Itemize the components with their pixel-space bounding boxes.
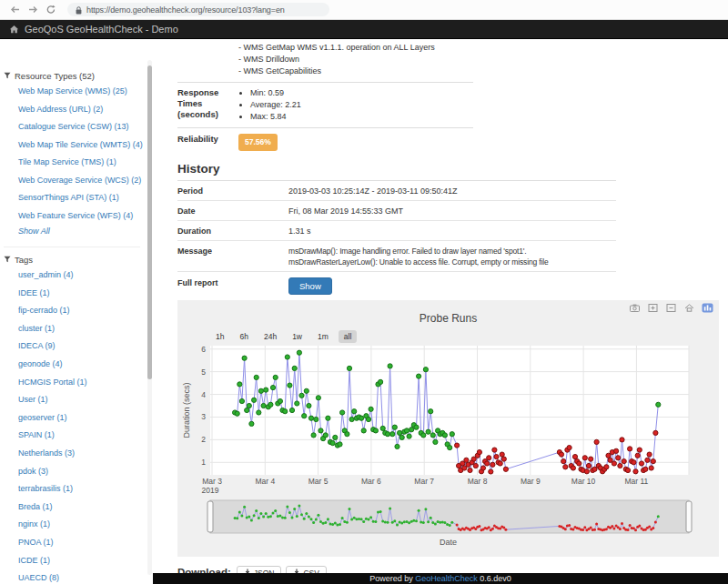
reload-icon[interactable] (44, 5, 58, 15)
response-times-label: Response Times (seconds) (177, 87, 238, 123)
lock-icon (76, 2, 82, 18)
check-item: - WMS GetMap WMS v1.1.1. operation on AL… (238, 42, 435, 54)
history-table: Period2019-03-03 10:25:14Z - 2019-03-11 … (177, 181, 723, 272)
probe-chart-panel: 123456Mar 32019Mar 4Mar 5Mar 6Mar 7Mar 8… (177, 300, 719, 557)
sidebar-item-tag[interactable]: SPAIN (1) (18, 427, 147, 445)
range-button-6h[interactable]: 6h (234, 330, 253, 343)
sidebar-item-resource-type[interactable]: Web Address (URL) (2) (18, 101, 147, 119)
sidebar-scrollbar[interactable] (147, 60, 152, 575)
sidebar-item-resource-type[interactable]: Web Map Tile Service (WMTS) (4) (18, 136, 147, 155)
history-row-label: Period (177, 186, 288, 196)
sidebar-item-tag[interactable]: geoserver (1) (18, 409, 147, 428)
tags-header: Tags (4, 247, 140, 267)
svg-text:Mar 4: Mar 4 (255, 477, 275, 486)
footer-powered-by: Powered by (369, 574, 413, 583)
sidebar-item-tag[interactable]: fip-cerrado (1) (18, 302, 147, 320)
back-icon[interactable] (7, 5, 22, 15)
svg-text:Mar 10: Mar 10 (571, 477, 596, 486)
url-text: https://demo.geohealthcheck.org/resource… (86, 5, 285, 15)
sidebar-scrollbar-thumb[interactable] (147, 65, 152, 379)
full-report-row: Full report Show (177, 272, 616, 300)
resource-types-header: Resource Types (52) (4, 70, 147, 83)
sidebar-item-tag[interactable]: HCMGIS Portal (1) (18, 374, 147, 392)
sidebar-item-tag[interactable]: IDECA (9) (18, 337, 147, 356)
chart-xaxis-label: Date (177, 538, 719, 547)
tags-header-label: Tags (15, 254, 33, 267)
history-row: MessagemsDrawMap(): Image handling error… (177, 241, 616, 272)
range-button-1w[interactable]: 1w (287, 330, 308, 343)
history-row-value: 2019-03-03 10:25:14Z - 2019-03-11 09:50:… (288, 186, 616, 196)
svg-text:Mar 3: Mar 3 (202, 477, 222, 486)
range-button-all[interactable]: all (339, 330, 358, 343)
sidebar-item-resource-type[interactable]: SensorThings API (STA) (1) (18, 189, 147, 207)
svg-text:5: 5 (201, 368, 206, 377)
forward-icon[interactable] (25, 5, 40, 15)
home-icon[interactable] (9, 21, 19, 37)
range-button-1h[interactable]: 1h (210, 330, 229, 343)
response-times-row: Response Times (seconds) Min: 0.59Averag… (177, 83, 473, 128)
sidebar-item-tag[interactable]: user_admin (4) (18, 267, 147, 285)
history-row-value: msDrawMap(): Image handling error. Faile… (288, 246, 616, 267)
sidebar-item-tag[interactable]: Netherlands (3) (18, 445, 147, 463)
history-row-label: Date (177, 206, 288, 216)
sidebar-item-resource-type[interactable]: Catalogue Service (CSW) (13) (18, 118, 147, 136)
history-row-label: Message (177, 246, 288, 267)
rangeslider-handle-right[interactable] (686, 501, 692, 532)
history-row: DateFri, 08 Mar 2019 14:55:33 GMT (177, 201, 616, 221)
checks-row: - WMS GetMap WMS v1.1.1. operation on AL… (177, 39, 473, 83)
filter-icon (4, 70, 11, 83)
sidebar-item-resource-type[interactable]: Web Coverage Service (WCS) (2) (18, 172, 147, 190)
sidebar-item-tag[interactable]: UAECD (8) (18, 569, 147, 584)
sidebar-item-tag[interactable]: User (1) (18, 391, 147, 409)
svg-text:4: 4 (201, 390, 206, 399)
sidebar-item-tag[interactable]: PNOA (1) (18, 534, 147, 552)
svg-text:Mar 6: Mar 6 (361, 477, 381, 486)
svg-text:Mar 5: Mar 5 (308, 477, 329, 486)
sidebar-item-resource-type[interactable]: Tile Map Service (TMS) (1) (18, 154, 147, 172)
response-times-list: Min: 0.59Average: 2.21Max: 5.84 (238, 87, 301, 123)
show-report-button[interactable]: Show (288, 277, 332, 295)
sidebar-item-tag[interactable]: cluster (1) (18, 320, 147, 338)
sidebar-item-tag[interactable]: IDEE (1) (18, 285, 147, 303)
svg-text:Mar 8: Mar 8 (468, 477, 488, 486)
app-title[interactable]: GeoQoS GeoHealthCheck - Demo (25, 24, 178, 35)
chart-title: Probe Runs (177, 312, 719, 325)
reliability-badge: 57.56% (238, 134, 278, 151)
history-row-value: 1.31 s (288, 226, 616, 237)
chart-yaxis-label: Duration (secs) (182, 382, 191, 438)
response-time-item: Average: 2.21 (250, 99, 301, 111)
sidebar-item-resource-type[interactable]: Web Map Service (WMS) (25) (18, 83, 147, 101)
reliability-label: Reliability (177, 134, 238, 151)
range-button-24h[interactable]: 24h (258, 330, 282, 343)
screen: https://demo.geohealthcheck.org/resource… (0, 0, 728, 584)
address-bar[interactable]: https://demo.geohealthcheck.org/resource… (67, 3, 329, 16)
app-navbar: GeoQoS GeoHealthCheck - Demo (0, 20, 728, 39)
check-item: - WMS Drilldown (238, 54, 435, 65)
svg-text:3: 3 (201, 412, 206, 421)
svg-text:2: 2 (201, 435, 206, 444)
sidebar: Resource Types (52) Web Map Service (WMS… (0, 39, 147, 584)
response-time-item: Max: 5.84 (250, 111, 301, 123)
svg-text:Mar 9: Mar 9 (521, 477, 541, 486)
tags-list: user_admin (4)IDEE (1)fip-cerrado (1)clu… (4, 267, 147, 584)
svg-text:Mar 7: Mar 7 (414, 477, 434, 486)
sidebar-item-resource-type[interactable]: Web Feature Service (WFS) (4) (18, 207, 147, 226)
range-button-1m[interactable]: 1m (312, 330, 334, 343)
sidebar-item-tag[interactable]: nginx (1) (18, 516, 147, 534)
sidebar-item-tag[interactable]: geonode (4) (18, 356, 147, 374)
sidebar-item-tag[interactable]: Breda (1) (18, 498, 147, 517)
sidebar-show-all-link[interactable]: Show All (18, 225, 147, 238)
footer-app-link[interactable]: GeoHealthCheck (415, 574, 478, 583)
rangeslider-handle-left[interactable] (207, 501, 213, 532)
chart-rangeslider[interactable] (207, 500, 692, 533)
footer: Powered by GeoHealthCheck 0.6.dev0 (153, 573, 728, 584)
sidebar-item-tag[interactable]: ICDE (1) (18, 552, 147, 570)
resource-types-header-label: Resource Types (52) (15, 70, 95, 83)
response-time-item: Min: 0.59 (250, 87, 301, 99)
sidebar-item-tag[interactable]: terrabrasilis (1) (18, 480, 147, 498)
svg-text:6: 6 (201, 345, 206, 354)
full-report-label: Full report (177, 277, 288, 295)
sidebar-item-tag[interactable]: pdok (3) (18, 463, 147, 481)
history-row: Duration1.31 s (177, 221, 616, 241)
history-row-label: Duration (177, 226, 288, 237)
